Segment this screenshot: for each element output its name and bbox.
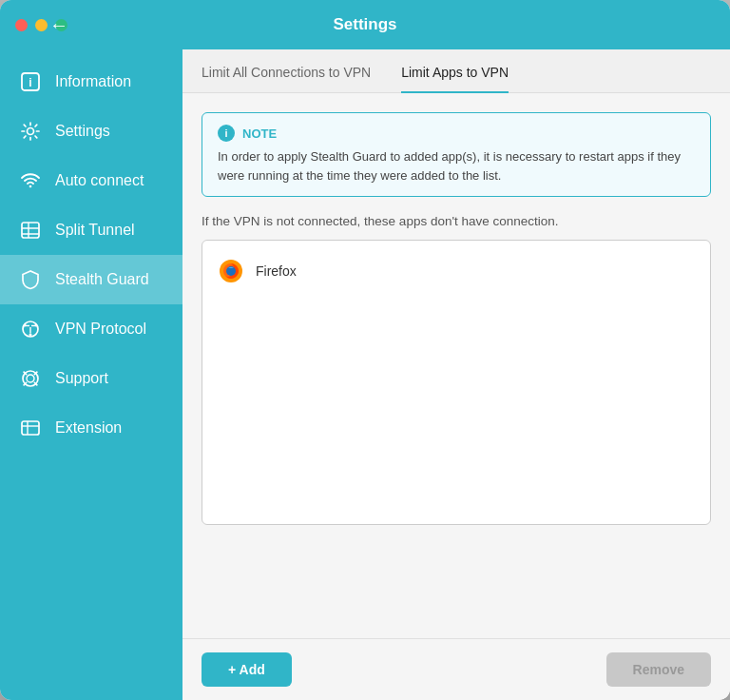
panel-footer: + Add Remove [182, 638, 730, 700]
sidebar: i Information Settings [0, 49, 182, 700]
info-icon: i [19, 70, 42, 93]
sidebar-item-label: Auto connect [55, 172, 144, 189]
gear-icon [19, 120, 42, 143]
wifi-icon [19, 169, 42, 192]
sidebar-item-split-tunnel[interactable]: Split Tunnel [0, 205, 182, 255]
svg-rect-21 [22, 421, 39, 435]
sidebar-item-settings[interactable]: Settings [0, 107, 182, 156]
sidebar-item-label: Information [55, 73, 131, 90]
tabs-bar: Limit All Connections to VPN Limit Apps … [182, 49, 730, 93]
window-title: Settings [333, 15, 396, 34]
close-button[interactable] [15, 19, 28, 31]
tab-limit-apps[interactable]: Limit Apps to VPN [401, 49, 509, 93]
sidebar-item-label: Settings [55, 123, 110, 140]
table-icon [19, 219, 42, 242]
sidebar-item-label: Split Tunnel [55, 222, 135, 239]
note-box: i NOTE In order to apply Stealth Guard t… [202, 112, 711, 197]
sidebar-item-label: Extension [55, 419, 122, 437]
shield-icon [19, 268, 42, 291]
info-text: If the VPN is not connected, these apps … [202, 214, 711, 228]
svg-point-16 [27, 375, 34, 382]
firefox-icon [218, 258, 244, 284]
sidebar-item-stealth-guard[interactable]: Stealth Guard [0, 255, 182, 304]
sidebar-item-vpn-protocol[interactable]: VPN Protocol [0, 304, 182, 354]
panel-body: i NOTE In order to apply Stealth Guard t… [182, 93, 730, 638]
app-window: ← Settings i Information [0, 0, 730, 700]
sidebar-item-label: Support [55, 370, 108, 387]
sidebar-item-extension[interactable]: Extension [0, 403, 182, 453]
support-icon [19, 367, 42, 390]
apps-list: Firefox [202, 240, 711, 525]
titlebar: ← Settings [0, 0, 730, 49]
content-panel: Limit All Connections to VPN Limit Apps … [182, 49, 730, 700]
svg-point-11 [29, 334, 32, 337]
sidebar-item-label: VPN Protocol [55, 321, 146, 338]
svg-point-3 [29, 185, 32, 188]
sidebar-item-auto-connect[interactable]: Auto connect [0, 156, 182, 205]
note-text: In order to apply Stealth Guard to added… [218, 147, 695, 185]
main-content: i Information Settings [0, 49, 730, 700]
minimize-button[interactable] [35, 19, 48, 31]
remove-button[interactable]: Remove [606, 652, 711, 687]
back-button[interactable]: ← [49, 15, 68, 34]
sidebar-item-information[interactable]: i Information [0, 57, 182, 107]
svg-text:i: i [29, 76, 31, 89]
list-item[interactable]: Firefox [214, 252, 699, 290]
svg-rect-4 [22, 223, 39, 238]
app-name: Firefox [256, 263, 297, 279]
sidebar-item-support[interactable]: Support [0, 354, 182, 403]
note-info-icon: i [218, 125, 235, 142]
note-title: i NOTE [218, 125, 695, 142]
protocol-icon [19, 318, 42, 340]
svg-point-2 [28, 128, 34, 135]
tab-limit-all[interactable]: Limit All Connections to VPN [202, 49, 371, 93]
sidebar-item-label: Stealth Guard [55, 271, 149, 288]
extension-icon [19, 417, 42, 439]
add-button[interactable]: + Add [202, 652, 292, 687]
